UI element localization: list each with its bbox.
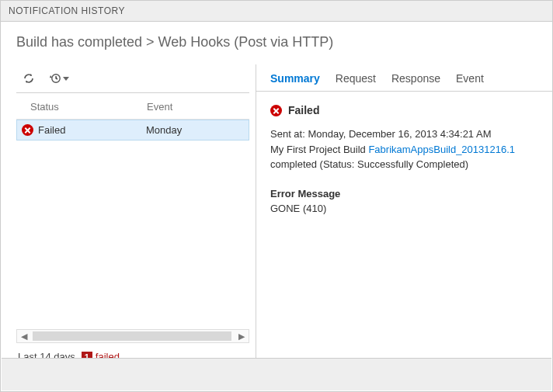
- breadcrumb: Build has completed > Web Hooks (Post vi…: [1, 22, 552, 64]
- horizontal-scrollbar[interactable]: ◀ ▶: [16, 329, 249, 343]
- sent-at-value: Monday, December 16, 2013 4:34:21 AM: [308, 128, 491, 140]
- column-header-status[interactable]: Status: [30, 101, 147, 113]
- scroll-thumb[interactable]: [33, 331, 231, 341]
- history-row[interactable]: Failed Monday: [16, 120, 249, 140]
- error-message-heading: Error Message: [270, 186, 538, 202]
- sent-at-line: Sent at: Monday, December 16, 2013 4:34:…: [270, 127, 538, 142]
- history-range-dropdown[interactable]: [49, 72, 69, 85]
- clock-history-icon: [49, 72, 61, 85]
- row-status: Failed: [38, 124, 65, 136]
- history-table-header: Status Event: [16, 93, 249, 120]
- scroll-left-arrow-icon[interactable]: ◀: [17, 331, 31, 342]
- detail-status: Failed: [270, 102, 538, 119]
- detail-status-label: Failed: [288, 102, 319, 119]
- detail-pane: Summary Request Response Event Failed Se…: [256, 64, 552, 367]
- dialog-footer: [2, 358, 551, 390]
- error-message-body: GONE (410): [270, 201, 538, 217]
- tab-request[interactable]: Request: [336, 72, 376, 85]
- history-toolbar: [16, 64, 249, 93]
- history-list-pane: Status Event Failed Monday ◀ ▶ Last 14 d…: [1, 64, 256, 367]
- scroll-right-arrow-icon[interactable]: ▶: [235, 331, 249, 342]
- detail-tabs: Summary Request Response Event: [256, 64, 552, 92]
- row-event: Monday: [146, 124, 242, 136]
- error-icon: [270, 105, 282, 116]
- tab-response[interactable]: Response: [391, 72, 440, 85]
- build-line: My First Project Build FabrikamAppsBuild…: [270, 142, 538, 172]
- refresh-icon[interactable]: [23, 72, 35, 85]
- breadcrumb-text: Build has completed > Web Hooks (Post vi…: [16, 34, 333, 50]
- error-icon: [22, 124, 33, 136]
- panel-header: NOTIFICATION HISTORY: [1, 1, 552, 22]
- chevron-down-icon: [63, 77, 69, 81]
- tab-summary[interactable]: Summary: [270, 72, 320, 85]
- build-link[interactable]: FabrikamAppsBuild_20131216.1: [368, 144, 515, 155]
- panel-title: NOTIFICATION HISTORY: [9, 5, 125, 16]
- column-header-event[interactable]: Event: [147, 101, 243, 113]
- tab-event[interactable]: Event: [456, 72, 484, 85]
